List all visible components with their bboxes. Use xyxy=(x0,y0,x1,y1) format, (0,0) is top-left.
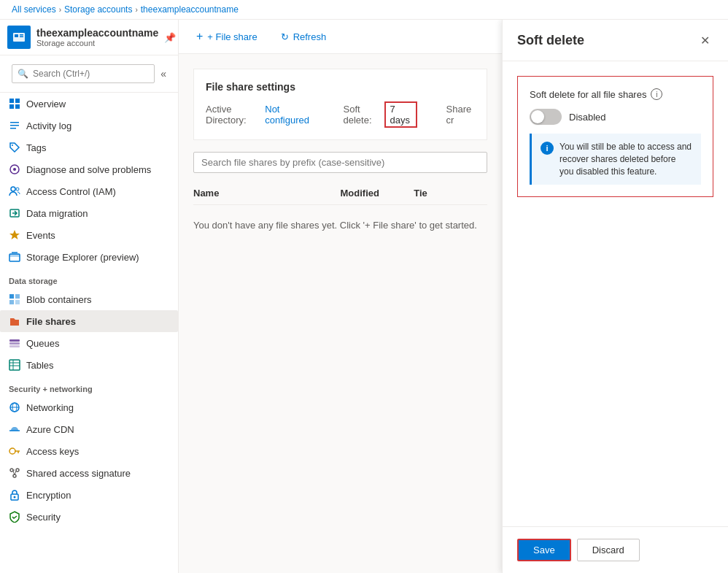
close-panel-button[interactable]: ✕ xyxy=(696,31,713,49)
search-input[interactable] xyxy=(12,64,155,83)
sidebar-item-networking[interactable]: Networking xyxy=(0,396,178,418)
breadcrumb-all-services[interactable]: All services xyxy=(12,4,56,15)
data-migration-label: Data migration xyxy=(26,208,88,219)
storage-explorer-label: Storage Explorer (preview) xyxy=(26,252,139,263)
add-file-share-button[interactable]: + + File share xyxy=(190,27,263,46)
svg-point-11 xyxy=(12,145,13,146)
account-info: theexampleaccountname Storage account xyxy=(36,27,158,47)
svg-point-35 xyxy=(16,469,19,472)
soft-delete-setting: Soft delete: 7 days xyxy=(344,101,417,128)
sidebar-item-activity-log[interactable]: Activity log xyxy=(0,115,178,136)
sidebar-item-tags[interactable]: Tags xyxy=(0,136,178,158)
tags-icon xyxy=(9,142,20,153)
blob-containers-icon xyxy=(9,293,20,305)
panel-header: Soft delete ✕ xyxy=(503,20,728,61)
content-toolbar: + + File share ↻ Refresh xyxy=(179,20,502,54)
events-icon xyxy=(9,229,20,241)
pin-icon[interactable]: 📌 xyxy=(164,32,176,43)
soft-delete-toggle[interactable] xyxy=(530,109,562,125)
svg-rect-7 xyxy=(15,104,20,109)
diagnose-label: Diagnose and solve problems xyxy=(26,164,151,175)
sidebar: theexampleaccountname Storage account 📌 … xyxy=(0,20,179,573)
table-header: Name Modified Tie xyxy=(193,182,487,205)
empty-message: You don't have any file shares yet. Clic… xyxy=(193,205,487,245)
refresh-label: Refresh xyxy=(293,31,327,42)
sidebar-item-storage-explorer[interactable]: Storage Explorer (preview) xyxy=(0,246,178,268)
sidebar-item-access-keys[interactable]: Access keys xyxy=(0,440,178,462)
toggle-container: Disabled xyxy=(530,109,701,125)
panel-body: Soft delete for all file shares i Disabl… xyxy=(503,61,728,526)
networking-icon xyxy=(9,401,20,413)
save-button[interactable]: Save xyxy=(517,539,571,561)
refresh-button[interactable]: ↻ Refresh xyxy=(275,28,333,45)
breadcrumb-sep1: › xyxy=(59,6,61,14)
sidebar-item-queues[interactable]: Queues xyxy=(0,332,178,354)
svg-rect-24 xyxy=(9,342,20,345)
svg-point-14 xyxy=(11,187,15,191)
queues-icon xyxy=(9,337,20,349)
sidebar-item-events[interactable]: Events xyxy=(0,224,178,246)
soft-delete-value[interactable]: 7 days xyxy=(384,101,417,128)
overview-label: Overview xyxy=(26,99,66,109)
account-icon xyxy=(7,26,31,49)
svg-point-13 xyxy=(13,168,16,171)
sidebar-item-blob-containers[interactable]: Blob containers xyxy=(0,288,178,310)
data-storage-section-label: Data storage xyxy=(0,268,178,288)
security-icon xyxy=(9,511,20,523)
security-label: Security xyxy=(26,512,61,523)
svg-rect-4 xyxy=(9,99,14,103)
svg-rect-22 xyxy=(15,300,20,304)
sidebar-item-encryption[interactable]: Encryption xyxy=(0,484,178,506)
panel-title: Soft delete xyxy=(517,33,584,48)
settings-row: Active Directory: Not configured Soft de… xyxy=(206,101,475,128)
tables-icon xyxy=(9,359,20,371)
sidebar-item-data-migration[interactable]: Data migration xyxy=(0,202,178,224)
add-icon: + xyxy=(196,30,203,43)
collapse-button[interactable]: « xyxy=(160,68,166,80)
sidebar-item-overview[interactable]: Overview xyxy=(0,93,178,115)
svg-rect-21 xyxy=(9,300,14,304)
data-migration-icon xyxy=(9,207,20,219)
svg-rect-9 xyxy=(10,125,19,126)
col-name: Name xyxy=(193,188,341,199)
toggle-knob xyxy=(531,110,544,123)
svg-rect-5 xyxy=(15,99,20,103)
info-message: You will still be able to access and rec… xyxy=(559,141,692,177)
svg-rect-2 xyxy=(20,34,23,36)
header-icons: 📌 ··· xyxy=(164,32,179,43)
active-directory-label: Active Directory: xyxy=(206,104,260,126)
main-content: + + File share ↻ Refresh File share sett… xyxy=(179,20,502,573)
sidebar-item-azure-cdn[interactable]: Azure CDN xyxy=(0,418,178,440)
azure-cdn-icon xyxy=(9,423,20,435)
settings-title: File share settings xyxy=(206,81,475,93)
breadcrumb-storage-accounts[interactable]: Storage accounts xyxy=(64,4,132,15)
active-directory-setting: Active Directory: Not configured xyxy=(206,104,314,126)
file-share-search-input[interactable] xyxy=(193,152,487,173)
content-area: File share settings Active Directory: No… xyxy=(179,54,502,573)
breadcrumb-account: theexampleaccountname xyxy=(141,4,239,15)
add-file-share-label: + File share xyxy=(207,31,257,42)
activity-log-label: Activity log xyxy=(26,120,71,131)
svg-rect-6 xyxy=(9,104,14,109)
sidebar-item-file-shares[interactable]: File shares xyxy=(0,310,178,332)
col-tier: Tie xyxy=(414,188,487,199)
encryption-icon xyxy=(9,489,20,501)
search-icon: 🔍 xyxy=(18,69,28,79)
info-tooltip-icon[interactable]: i xyxy=(651,88,662,100)
file-shares-label: File shares xyxy=(26,316,76,327)
share-cross-setting: Share cr xyxy=(446,104,475,126)
storage-explorer-icon xyxy=(9,251,20,263)
sidebar-item-shared-access[interactable]: Shared access signature xyxy=(0,462,178,484)
sidebar-item-diagnose[interactable]: Diagnose and solve problems xyxy=(0,158,178,180)
sidebar-item-access-control[interactable]: Access Control (IAM) xyxy=(0,180,178,202)
active-directory-value[interactable]: Not configured xyxy=(265,104,314,126)
access-control-label: Access Control (IAM) xyxy=(26,186,116,197)
azure-cdn-label: Azure CDN xyxy=(26,424,74,435)
panel-footer: Save Discard xyxy=(503,526,728,573)
sidebar-item-tables[interactable]: Tables xyxy=(0,354,178,376)
svg-rect-26 xyxy=(9,360,20,370)
discard-button[interactable]: Discard xyxy=(577,539,640,561)
svg-rect-23 xyxy=(9,339,20,342)
svg-point-38 xyxy=(14,496,16,499)
sidebar-item-security[interactable]: Security xyxy=(0,506,178,528)
